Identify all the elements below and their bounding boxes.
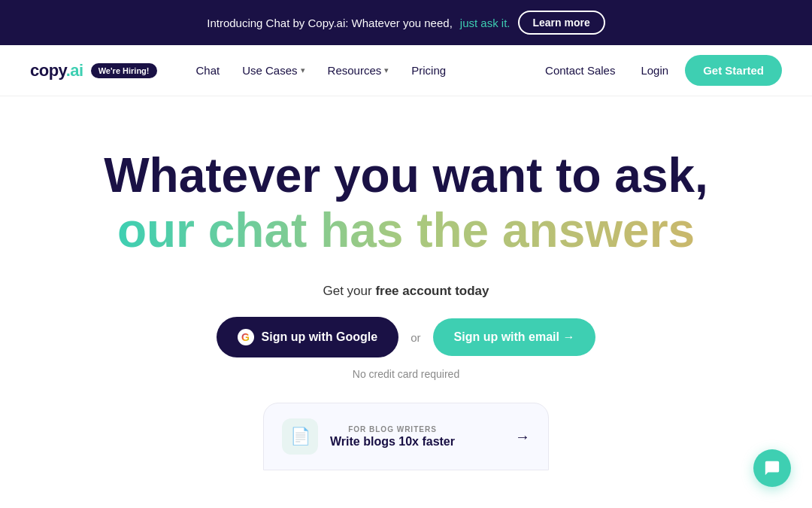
nav-links: Chat Use Cases ▾ Resources ▾ Pricing [187,58,537,83]
get-started-button[interactable]: Get Started [685,55,782,86]
chevron-down-icon: ▾ [301,65,305,75]
cta-row: G Sign up with Google or Sign up with em… [30,317,782,357]
nav-right: Contact Sales Login Get Started [536,55,782,86]
hero-title-line1: Whatever you want to ask, [30,149,782,202]
card-arrow-icon: → [515,428,530,446]
nav-resources[interactable]: Resources ▾ [319,58,398,83]
card-content: For Blog Writers Write blogs 10x faster [330,425,455,449]
login-button[interactable]: Login [632,58,677,83]
no-credit-card-text: No credit card required [30,368,782,380]
contact-sales-button[interactable]: Contact Sales [536,58,624,83]
nav-chat[interactable]: Chat [187,58,229,83]
nav-use-cases[interactable]: Use Cases ▾ [233,58,314,83]
hero-section: Whatever you want to ask, our chat has t… [0,96,812,500]
learn-more-button[interactable]: Learn more [518,11,605,35]
banner-intro-text: Introducing Chat by Copy.ai: Whatever yo… [207,17,453,29]
top-banner: Introducing Chat by Copy.ai: Whatever yo… [0,0,812,45]
google-icon: G [238,329,254,345]
or-separator: or [411,331,420,344]
hero-subtitle: Get your free account today [30,284,782,299]
chevron-down-icon: ▾ [384,65,389,75]
hero-title-gradient: our chat has the answers [117,203,695,257]
nav-pricing[interactable]: Pricing [402,58,455,83]
hero-title-line2: our chat has the answers [30,202,782,260]
card-title: Write blogs 10x faster [330,435,455,449]
google-signup-button[interactable]: G Sign up with Google [217,317,399,357]
card-label: For Blog Writers [330,425,455,433]
logo-text: copy.ai [30,61,83,81]
navbar: copy.ai We're Hiring! Chat Use Cases ▾ R… [0,45,812,96]
hiring-badge: We're Hiring! [91,63,157,78]
email-signup-button[interactable]: Sign up with email → [433,318,596,356]
banner-highlight-text: just ask it. [460,17,511,29]
chat-bubble-icon [764,460,780,476]
logo-link[interactable]: copy.ai We're Hiring! [30,61,157,81]
chat-fab-button[interactable] [753,449,791,487]
document-icon: 📄 [290,427,311,446]
card-preview[interactable]: 📄 For Blog Writers Write blogs 10x faste… [263,403,549,470]
card-icon: 📄 [282,418,318,455]
